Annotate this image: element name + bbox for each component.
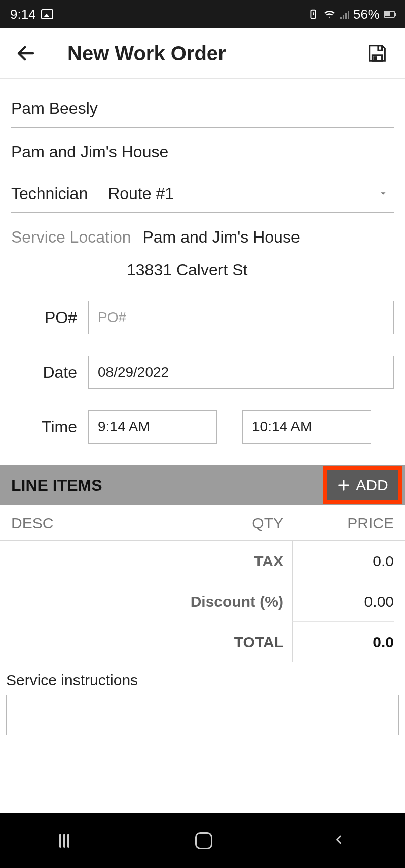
signal-icon — [340, 9, 349, 19]
po-label: PO# — [11, 308, 88, 327]
plus-icon — [337, 478, 351, 492]
wifi-icon — [323, 9, 336, 20]
total-value: 0.0 — [292, 622, 394, 662]
save-button[interactable] — [363, 40, 391, 67]
line-items-title: LINE ITEMS — [11, 476, 102, 495]
col-desc: DESC — [11, 515, 222, 532]
home-button[interactable] — [195, 832, 212, 849]
technician-label: Technician — [11, 184, 88, 203]
recent-apps-button[interactable] — [59, 834, 77, 848]
picture-icon — [41, 9, 53, 19]
total-label: TOTAL — [11, 634, 292, 651]
tax-value[interactable]: 0.0 — [292, 541, 394, 581]
time-end-input[interactable] — [242, 410, 371, 444]
service-instructions-input[interactable] — [6, 695, 399, 735]
service-location-row: Service Location Pam and Jim's House — [11, 213, 394, 252]
svg-rect-3 — [378, 46, 382, 51]
service-instructions-label: Service instructions — [6, 672, 399, 689]
date-label: Date — [11, 363, 88, 382]
discount-label: Discount (%) — [11, 593, 292, 610]
site-name-field[interactable]: Pam and Jim's House — [11, 128, 394, 171]
status-bar: 9:14 56% — [0, 0, 405, 28]
line-items-header: LINE ITEMS ADD — [0, 465, 405, 505]
time-start-input[interactable] — [88, 410, 217, 444]
back-button[interactable] — [14, 42, 37, 65]
technician-dropdown[interactable]: Technician Route #1 — [11, 171, 394, 213]
po-input[interactable] — [88, 301, 394, 334]
floppy-disk-icon — [365, 42, 389, 65]
add-line-item-button[interactable]: ADD — [337, 477, 388, 494]
tax-label: TAX — [11, 553, 292, 570]
android-nav-bar — [0, 813, 405, 868]
technician-value: Route #1 — [108, 184, 174, 203]
service-location-label: Service Location — [11, 228, 131, 246]
service-location-address: 13831 Calvert St — [127, 252, 394, 292]
customer-name-field[interactable]: Pam Beesly — [11, 84, 394, 128]
time-label: Time — [11, 418, 88, 437]
col-price: PRICE — [292, 515, 394, 532]
col-qty: QTY — [222, 515, 292, 532]
chevron-left-icon — [332, 833, 346, 847]
back-nav-button[interactable] — [332, 833, 346, 849]
status-time: 9:14 — [10, 7, 36, 22]
line-items-columns: DESC QTY PRICE — [0, 505, 405, 541]
add-line-item-highlight: ADD — [323, 466, 402, 504]
service-location-name: Pam and Jim's House — [142, 228, 300, 246]
battery-saver-icon — [308, 9, 319, 20]
totals-section: TAX 0.0 Discount (%) 0.00 TOTAL 0.0 — [0, 541, 405, 662]
battery-percent: 56% — [353, 7, 380, 22]
add-label: ADD — [356, 477, 388, 494]
svg-rect-2 — [372, 55, 382, 61]
date-input[interactable] — [88, 356, 394, 389]
discount-value[interactable]: 0.00 — [292, 581, 394, 622]
page-title: New Work Order — [67, 42, 226, 65]
app-header: New Work Order — [0, 28, 405, 79]
battery-icon — [384, 11, 395, 18]
arrow-left-icon — [15, 43, 36, 64]
chevron-down-icon — [378, 184, 389, 203]
